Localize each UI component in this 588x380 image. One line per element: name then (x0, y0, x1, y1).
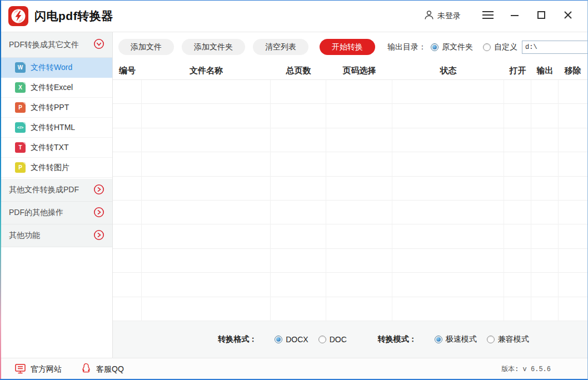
sidebar-item-label: 文件转Excel (31, 83, 73, 93)
ppt-file-icon: P (15, 102, 26, 113)
sidebar-item-ppt[interactable]: P 文件转PPT (0, 98, 112, 118)
maximize-icon (537, 11, 546, 22)
window-left-border (0, 1, 1, 379)
minimize-icon (510, 11, 519, 22)
chevron-right-circle-icon (93, 229, 104, 242)
radio-custom-folder[interactable] (483, 43, 491, 51)
titlebar: 闪电pdf转换器 未登录 (0, 1, 587, 32)
minimize-button[interactable] (505, 8, 524, 24)
add-file-button[interactable]: 添加文件 (118, 39, 174, 55)
section-label: PDF的其他操作 (9, 208, 63, 218)
maximize-button[interactable] (532, 8, 551, 24)
excel-file-icon: X (15, 82, 26, 93)
app-logo-icon (8, 6, 29, 27)
sidebar-item-label: 文件转TXT (31, 143, 68, 153)
sidebar-item-label: 文件转图片 (31, 163, 69, 173)
sidebar-item-label: 文件转Word (31, 63, 72, 73)
html-file-icon: </> (15, 122, 26, 133)
table-header: 编号 文件名称 总页数 页码选择 状态 打开 输出 移除 (113, 62, 588, 80)
table-column (271, 80, 326, 321)
version-label: 版本: v 6.5.6 (501, 364, 551, 374)
sidebar-item-label: 文件转PPT (31, 103, 69, 113)
sidebar-item-word[interactable]: W 文件转Word (0, 58, 112, 78)
format-option-docx[interactable]: DOCX (275, 335, 308, 344)
qq-icon (81, 363, 92, 376)
login-button[interactable]: 未登录 (423, 9, 461, 23)
format-option-doc[interactable]: DOC (318, 335, 347, 344)
format-bar: 转换格式： DOCX DOC 转换模式： 极速模式 (113, 321, 588, 358)
txt-file-icon: T (15, 142, 26, 153)
sidebar: PDF转换成其它文件 W 文件转Word X 文件转Excel P 文件转PPT (0, 32, 113, 358)
table-column (392, 80, 504, 321)
chevron-down-circle-icon (93, 38, 104, 51)
app-window: 闪电pdf转换器 未登录 (0, 0, 588, 380)
section-label: 其他功能 (9, 231, 40, 241)
sidebar-section-pdf-other-ops[interactable]: PDF的其他操作 (0, 202, 112, 224)
format-group: 转换格式： DOCX DOC (218, 334, 347, 344)
radio-doc[interactable] (318, 336, 326, 343)
output-dir-group: 输出目录： 原文件夹 自定义 (387, 41, 588, 54)
image-file-icon: P (15, 162, 26, 173)
sidebar-item-excel[interactable]: X 文件转Excel (0, 78, 112, 98)
output-path-input[interactable] (522, 41, 588, 54)
app-title: 闪电pdf转换器 (34, 8, 113, 24)
col-status: 状态 (392, 66, 504, 76)
menu-button[interactable] (479, 8, 497, 24)
official-site-link[interactable]: 官方网站 (14, 363, 62, 376)
sidebar-item-image[interactable]: P 文件转图片 (0, 158, 112, 178)
mode-label: 转换模式： (378, 334, 417, 344)
monitor-icon (14, 363, 26, 376)
chevron-right-circle-icon (93, 184, 104, 197)
official-site-label: 官方网站 (31, 364, 62, 374)
radio-fast-mode[interactable] (435, 336, 442, 343)
sidebar-section-pdf-to-other[interactable]: PDF转换成其它文件 (0, 32, 112, 58)
sidebar-section-other-functions[interactable]: 其他功能 (0, 224, 112, 247)
col-open: 打开 (504, 66, 531, 76)
main-panel: 添加文件 添加文件夹 清空列表 开始转换 输出目录： 原文件夹 自定义 (113, 32, 588, 358)
table-column (142, 80, 271, 321)
close-button[interactable] (559, 8, 577, 24)
chevron-right-circle-icon (93, 207, 104, 219)
sidebar-section-other-to-pdf[interactable]: 其他文件转换成PDF (0, 179, 112, 202)
section-label: PDF转换成其它文件 (9, 40, 79, 50)
service-qq-label: 客服QQ (96, 364, 124, 374)
word-file-icon: W (15, 62, 26, 73)
mode-option-compatible[interactable]: 兼容模式 (487, 334, 529, 344)
table-column (504, 80, 531, 321)
table-column (531, 80, 559, 321)
col-page-select: 页码选择 (326, 66, 392, 76)
table-column (113, 80, 142, 321)
section-label: 其他文件转换成PDF (9, 185, 79, 195)
radio-compatible-mode[interactable] (487, 336, 495, 343)
sidebar-item-label: 文件转HTML (31, 123, 75, 133)
col-number: 编号 (113, 66, 142, 76)
start-convert-button[interactable]: 开始转换 (320, 39, 375, 55)
sidebar-item-html[interactable]: </> 文件转HTML (0, 118, 112, 138)
radio-docx[interactable] (275, 336, 282, 343)
col-output: 输出 (531, 66, 559, 76)
service-qq-link[interactable]: 客服QQ (81, 363, 124, 376)
output-dir-label: 输出目录： (387, 42, 426, 52)
toolbar: 添加文件 添加文件夹 清空列表 开始转换 输出目录： 原文件夹 自定义 (113, 32, 588, 62)
login-label: 未登录 (437, 11, 461, 21)
radio-custom-folder-label[interactable]: 自定义 (494, 42, 517, 52)
titlebar-controls: 未登录 (423, 8, 577, 24)
file-list-table (113, 80, 588, 321)
radio-original-folder-label[interactable]: 原文件夹 (442, 42, 473, 52)
col-remove: 移除 (559, 66, 587, 76)
radio-original-folder[interactable] (431, 43, 438, 51)
footer: 官方网站 客服QQ 版本: v 6.5.6 (0, 358, 587, 380)
mode-option-fast[interactable]: 极速模式 (435, 334, 477, 344)
table-column (559, 80, 587, 321)
col-total-pages: 总页数 (271, 66, 326, 76)
table-column-grid (113, 80, 588, 321)
sidebar-item-txt[interactable]: T 文件转TXT (0, 138, 112, 158)
clear-list-button[interactable]: 清空列表 (253, 39, 308, 55)
mode-group: 转换模式： 极速模式 兼容模式 (378, 334, 529, 344)
format-label: 转换格式： (218, 334, 257, 344)
table-column (326, 80, 392, 321)
user-icon (423, 9, 435, 23)
col-filename: 文件名称 (142, 66, 271, 76)
close-icon (564, 11, 572, 22)
add-folder-button[interactable]: 添加文件夹 (182, 39, 245, 55)
